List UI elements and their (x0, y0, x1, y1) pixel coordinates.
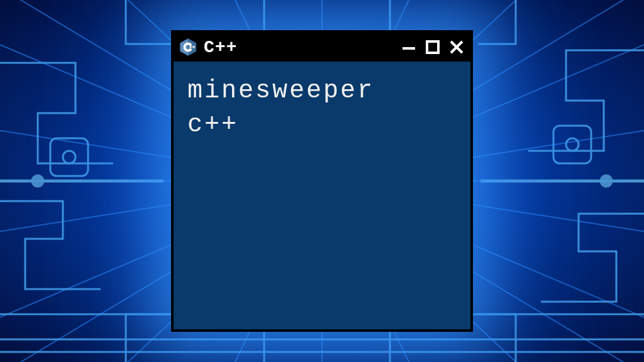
svg-point-5 (33, 176, 43, 186)
window-title: C++ (204, 38, 401, 57)
maximize-button[interactable] (425, 40, 440, 55)
terminal-window: C++ minesweeper c++ (171, 30, 473, 332)
close-button[interactable] (449, 40, 464, 55)
window-controls (401, 40, 464, 55)
svg-rect-12 (192, 47, 196, 47)
cpp-language-icon (179, 38, 197, 57)
window-titlebar[interactable]: C++ (174, 33, 470, 62)
terminal-line: minesweeper (187, 74, 457, 108)
minimize-button[interactable] (401, 40, 416, 55)
terminal-content-area[interactable]: minesweeper c++ (174, 62, 470, 329)
svg-rect-14 (427, 41, 438, 53)
svg-point-6 (601, 176, 611, 186)
terminal-line: c++ (187, 108, 457, 142)
svg-rect-10 (189, 47, 192, 47)
